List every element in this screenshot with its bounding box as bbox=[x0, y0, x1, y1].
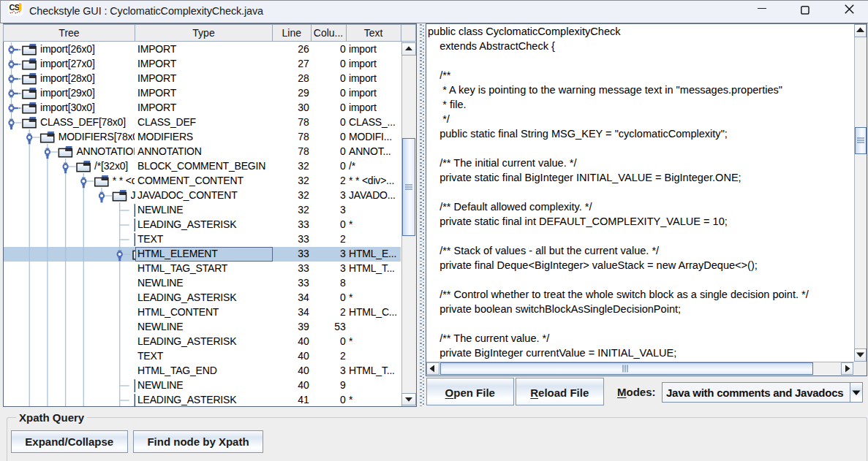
svg-text:CS: CS bbox=[10, 3, 20, 12]
